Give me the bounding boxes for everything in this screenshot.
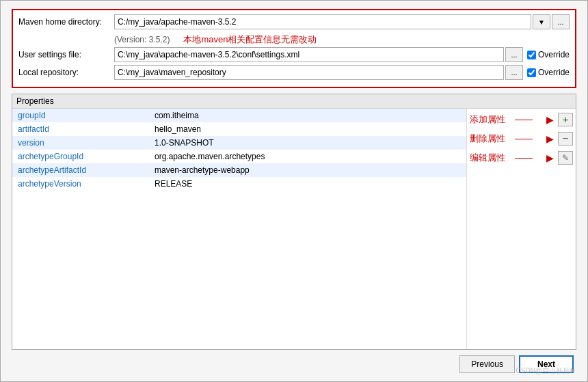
prop-key: artifactId (12, 123, 149, 135)
user-settings-label: User settings file: (18, 50, 114, 59)
user-settings-override-label: Override (538, 50, 570, 59)
delete-action-row: 删除属性 ▶ − (470, 132, 573, 146)
prop-value: maven-archetype-webapp (149, 164, 466, 176)
maven-home-browse-btn[interactable]: ... (552, 14, 570, 29)
prop-key: archetypeVersion (12, 178, 149, 190)
user-settings-browse-btn[interactable]: ... (505, 47, 523, 62)
prop-key: version (12, 137, 149, 149)
watermark: CSDN@空山新后▶ (516, 366, 577, 376)
prop-key: archetypeArtifactId (12, 164, 149, 176)
prop-value: hello_maven (149, 123, 466, 135)
prop-value: org.apache.maven.archetypes (149, 150, 466, 163)
prop-value: RELEASE (149, 178, 466, 190)
edit-action-label: 编辑属性 (470, 152, 511, 164)
add-arrow-icon: ▶ (537, 114, 556, 125)
prop-value: com.itheima (149, 109, 466, 122)
local-repo-override-checkbox[interactable] (527, 68, 536, 77)
delete-action-label: 删除属性 (470, 133, 511, 145)
add-action-label: 添加属性 (470, 113, 511, 126)
local-repo-input[interactable] (114, 65, 504, 80)
table-row[interactable]: archetypeGroupIdorg.apache.maven.archety… (12, 150, 466, 163)
local-repo-browse-btn[interactable]: ... (505, 65, 523, 80)
maven-home-label: Maven home directory: (18, 17, 114, 27)
prop-key: archetypeGroupId (12, 150, 149, 163)
properties-title: Properties (12, 94, 576, 109)
table-row[interactable]: archetypeVersionRELEASE (12, 177, 466, 191)
version-text: (Version: 3.5.2) (114, 35, 170, 44)
prop-value: 1.0-SNAPSHOT (149, 137, 466, 149)
user-settings-override-checkbox[interactable] (527, 51, 536, 59)
add-action-row: 添加属性 ▶ + (470, 113, 573, 126)
local-repo-override-label: Override (538, 68, 570, 77)
local-repo-label: Local repository: (18, 68, 114, 77)
user-settings-override-wrap: Override (527, 50, 570, 59)
properties-table: groupIdcom.itheimaartifactIdhello_mavenv… (12, 109, 466, 349)
user-settings-input[interactable] (114, 47, 504, 62)
maven-home-input[interactable] (114, 14, 531, 29)
maven-home-dropdown-btn[interactable]: ▼ (533, 14, 550, 29)
table-row[interactable]: version1.0-SNAPSHOT (12, 136, 466, 150)
version-note: 本地maven相关配置信息无需改动 (183, 33, 317, 46)
prop-key: groupId (12, 109, 149, 122)
previous-button[interactable]: Previous (459, 355, 515, 373)
add-property-btn[interactable]: + (558, 113, 573, 126)
delete-arrow-icon: ▶ (537, 133, 556, 144)
footer: Previous Next CSDN@空山新后▶ (12, 350, 576, 376)
properties-actions: 添加属性 ▶ + 删除属性 ▶ − 编辑属性 ▶ ✎ (466, 109, 576, 349)
table-row[interactable]: archetypeArtifactIdmaven-archetype-webap… (12, 163, 466, 177)
table-row[interactable]: groupIdcom.itheima (12, 109, 466, 122)
edit-arrow-icon: ▶ (537, 152, 556, 163)
edit-action-row: 编辑属性 ▶ ✎ (470, 151, 573, 165)
table-row[interactable]: artifactIdhello_maven (12, 122, 466, 136)
delete-property-btn[interactable]: − (558, 132, 573, 146)
edit-property-btn[interactable]: ✎ (558, 151, 573, 165)
local-repo-override-wrap: Override (527, 68, 570, 77)
